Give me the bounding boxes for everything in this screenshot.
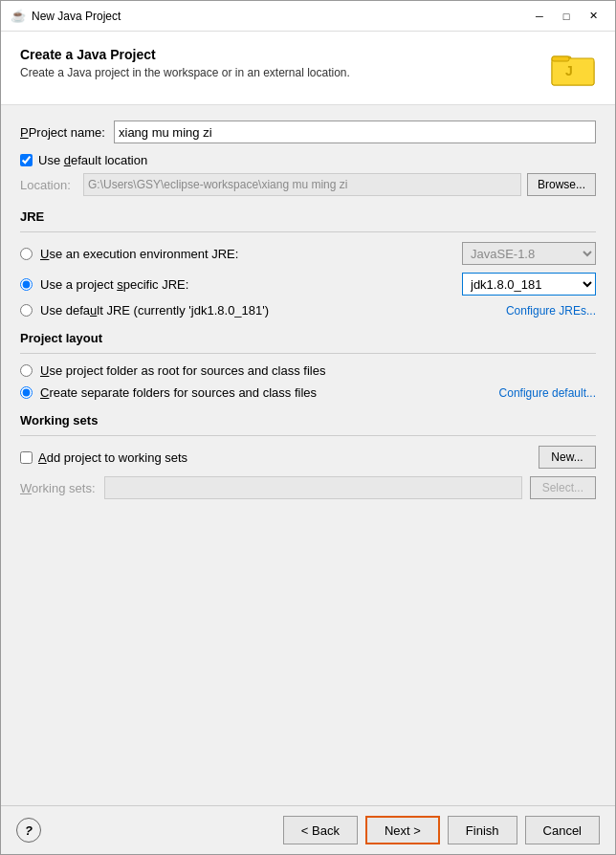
svg-rect-2 <box>552 58 594 85</box>
layout-option1-label: Use project folder as root for sources a… <box>40 363 325 378</box>
title-bar-left: ☕ New Java Project <box>11 9 121 24</box>
jre-option3-label: Use default JRE (currently 'jdk1.8.0_181… <box>40 303 269 318</box>
page-description: Create a Java project in the workspace o… <box>20 66 350 79</box>
working-sets-field-row: Working sets: Select... <box>20 476 596 499</box>
footer-left: ? <box>16 818 41 843</box>
header-text: Create a Java Project Create a Java proj… <box>20 47 350 79</box>
jre-divider <box>20 231 596 232</box>
page-title: Create a Java Project <box>20 47 350 62</box>
jre-option2-row: Use a project specific JRE: jdk1.8.0_181 <box>20 273 596 296</box>
select-working-set-button[interactable]: Select... <box>530 476 596 499</box>
browse-button[interactable]: Browse... <box>527 173 596 196</box>
jre-option1-row: Use an execution environment JRE: JavaSE… <box>20 242 596 265</box>
footer-right: < Back Next > Finish Cancel <box>283 816 600 844</box>
jre-option1-label: Use an execution environment JRE: <box>40 247 238 261</box>
layout-option2-radio[interactable] <box>20 386 33 399</box>
app-icon: ☕ <box>11 9 26 24</box>
next-button[interactable]: Next > <box>365 816 440 844</box>
location-label: Location: <box>20 178 77 192</box>
layout-option1-radio[interactable] <box>20 364 33 377</box>
project-layout-divider <box>20 353 596 354</box>
layout-option1-row: Use project folder as root for sources a… <box>20 363 596 378</box>
add-working-sets-row: Add project to working sets New... <box>20 446 596 469</box>
help-button[interactable]: ? <box>16 818 41 843</box>
location-row: Location: Browse... <box>20 173 596 196</box>
jre-section-label: JRE <box>20 209 596 224</box>
working-sets-input <box>104 476 522 499</box>
jre-specific-dropdown-group: jdk1.8.0_181 <box>462 273 596 296</box>
working-sets-field-label: Working sets: <box>20 481 97 495</box>
jre-option1-radio[interactable] <box>20 248 33 260</box>
project-name-input[interactable] <box>114 121 596 143</box>
project-layout-section: Project layout Use project folder as roo… <box>20 331 596 400</box>
jre-option3-radio[interactable] <box>20 304 33 317</box>
folder-svg-icon: J <box>550 47 596 89</box>
configure-default-link[interactable]: Configure default... <box>499 386 596 400</box>
cancel-button[interactable]: Cancel <box>525 816 600 844</box>
jre-option2-label: Use a project specific JRE: <box>40 277 188 292</box>
layout-option2-label: Create separate folders for sources and … <box>40 385 317 400</box>
jre-specific-dropdown[interactable]: jdk1.8.0_181 <box>462 273 596 296</box>
add-working-sets-checkbox[interactable] <box>20 451 33 464</box>
configure-jres-link[interactable]: Configure JREs... <box>506 304 596 318</box>
svg-text:J: J <box>565 63 573 78</box>
back-button[interactable]: < Back <box>283 816 358 844</box>
layout-option2-row: Create separate folders for sources and … <box>20 385 596 400</box>
add-working-sets-label: Add project to working sets <box>38 450 187 465</box>
close-button[interactable]: ✕ <box>581 6 605 27</box>
location-input <box>83 173 521 196</box>
window-controls: ─ □ ✕ <box>527 6 605 27</box>
project-layout-label: Project layout <box>20 331 596 345</box>
use-default-location-checkbox[interactable] <box>20 154 33 166</box>
jre-option3-row: Use default JRE (currently 'jdk1.8.0_181… <box>20 303 596 318</box>
header-section: Create a Java Project Create a Java proj… <box>1 32 615 105</box>
jre-option2-radio[interactable] <box>20 278 33 291</box>
dialog-window: ☕ New Java Project ─ □ ✕ Create a Java P… <box>0 0 616 855</box>
use-default-location-label: Use default location <box>38 153 147 167</box>
use-default-location-row: Use default location <box>20 153 596 167</box>
working-sets-label: Working sets <box>20 413 596 428</box>
project-name-row: PProject name: <box>20 121 596 143</box>
svg-rect-3 <box>552 56 569 61</box>
title-bar: ☕ New Java Project ─ □ ✕ <box>1 1 615 32</box>
content-area: PProject name: Use default location Loca… <box>1 105 615 805</box>
minimize-button[interactable]: ─ <box>527 6 552 27</box>
window-title: New Java Project <box>32 10 121 23</box>
maximize-button[interactable]: □ <box>554 6 579 27</box>
working-sets-section: Working sets Add project to working sets… <box>20 413 596 499</box>
new-working-set-button[interactable]: New... <box>539 446 596 469</box>
project-name-label: PProject name: <box>20 125 106 140</box>
working-sets-divider <box>20 435 596 436</box>
jre-env-dropdown[interactable]: JavaSE-1.8 <box>462 242 596 265</box>
footer: ? < Back Next > Finish Cancel <box>1 805 615 854</box>
finish-button[interactable]: Finish <box>448 816 517 844</box>
jre-env-dropdown-group: JavaSE-1.8 <box>462 242 596 265</box>
header-icon: J <box>550 47 596 93</box>
